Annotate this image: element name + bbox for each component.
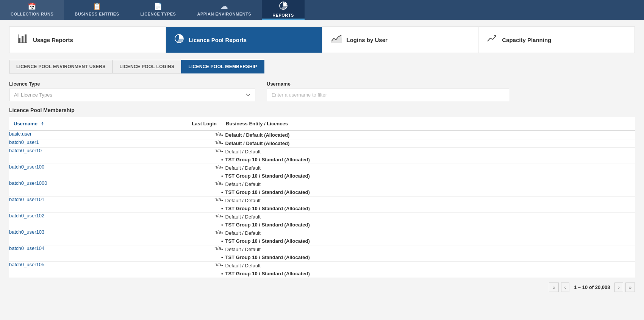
licence-entry: •TST Group 10 / Standard (Allocated): [221, 188, 635, 196]
licence-text: Default / Default: [225, 214, 261, 220]
document-icon: 📄: [154, 2, 163, 11]
cell-licences: •Default / Default (Allocated): [221, 139, 635, 148]
cell-licences: •Default / Default•TST Group 10 / Standa…: [221, 197, 635, 213]
sub-tab-env-users[interactable]: LICENCE POOL ENVIRONMENT USERS: [9, 60, 113, 73]
cell-username[interactable]: batch0_user103: [9, 229, 108, 245]
cell-licences: •Default / Default•TST Group 10 / Standa…: [221, 245, 635, 262]
cell-last-login: n/a: [108, 197, 221, 213]
report-card-usage[interactable]: Usage Reports: [9, 27, 166, 53]
filters-row: Licence Type All Licence Types Username: [9, 81, 635, 101]
licence-text: TST Group 10 / Standard (Allocated): [225, 271, 310, 276]
table-section-title: Licence Pool Membership: [9, 107, 635, 113]
calendar-icon: 📅: [28, 2, 36, 11]
cell-username[interactable]: basic.user: [9, 131, 108, 139]
bullet-icon: •: [221, 206, 223, 211]
username-filter: Username: [267, 81, 509, 101]
report-type-cards: Usage Reports Licence Pool Reports Lo: [9, 27, 635, 53]
report-card-capacity-label: Capacity Planning: [502, 37, 551, 43]
next-page-button[interactable]: ›: [614, 283, 623, 292]
licence-entry: •Default / Default: [221, 213, 635, 221]
col-last-login: Last Login: [108, 117, 221, 131]
cell-licences: •Default / Default•TST Group 10 / Standa…: [221, 213, 635, 229]
col-business-entity: Business Entity / Licences: [221, 117, 635, 131]
nav-business-entities-label: BUSINESS ENTITIES: [75, 12, 119, 16]
bullet-icon: •: [221, 181, 223, 187]
table-row: batch0_user102n/a•Default / Default•TST …: [9, 213, 635, 229]
table-row: batch0_user1000n/a•Default / Default•TST…: [9, 180, 635, 197]
cell-licences: •Default / Default•TST Group 10 / Standa…: [221, 164, 635, 180]
licence-text: TST Group 10 / Standard (Allocated): [225, 254, 310, 260]
top-navigation: 📅 COLLECTION RUNS 📋 BUSINESS ENTITIES 📄 …: [0, 0, 644, 20]
first-page-button[interactable]: «: [549, 283, 558, 292]
cell-username[interactable]: batch0_user104: [9, 245, 108, 262]
licence-entry: •Default / Default: [221, 148, 635, 156]
licence-text: Default / Default: [225, 149, 261, 155]
cell-licences: •Default / Default (Allocated): [221, 131, 635, 139]
nav-reports[interactable]: REPORTS: [262, 0, 305, 20]
licence-entry: •Default / Default: [221, 262, 635, 270]
cell-username[interactable]: batch0_user10: [9, 148, 108, 164]
report-card-logins[interactable]: Logins by User: [322, 27, 479, 53]
cell-username[interactable]: batch0_user100: [9, 164, 108, 180]
main-content: Usage Reports Licence Pool Reports Lo: [0, 20, 644, 320]
cell-last-login: n/a: [108, 180, 221, 197]
last-page-button[interactable]: »: [625, 283, 635, 292]
cell-username[interactable]: batch0_user1000: [9, 180, 108, 197]
report-card-licence-pool[interactable]: Licence Pool Reports: [166, 27, 322, 53]
report-card-licence-pool-label: Licence Pool Reports: [189, 37, 247, 43]
cell-last-login: n/a: [108, 139, 221, 148]
licence-type-select[interactable]: All Licence Types: [9, 89, 255, 101]
licence-text: Default / Default: [225, 263, 261, 268]
licence-text: Default / Default (Allocated): [225, 132, 290, 138]
nav-collection-runs[interactable]: 📅 COLLECTION RUNS: [0, 0, 64, 20]
bullet-icon: •: [221, 247, 223, 252]
licence-type-filter: Licence Type All Licence Types: [9, 81, 255, 101]
nav-licence-types[interactable]: 📄 LICENCE TYPES: [130, 0, 187, 20]
username-input[interactable]: [267, 89, 509, 101]
table-row: basic.usern/a•Default / Default (Allocat…: [9, 131, 635, 139]
cell-username[interactable]: batch0_user1: [9, 139, 108, 148]
licence-entry: •Default / Default: [221, 180, 635, 188]
licence-text: TST Group 10 / Standard (Allocated): [225, 157, 310, 162]
nav-business-entities[interactable]: 📋 BUSINESS ENTITIES: [64, 0, 130, 20]
table-row: batch0_user101n/a•Default / Default•TST …: [9, 197, 635, 213]
bullet-icon: •: [221, 149, 223, 155]
bullet-icon: •: [221, 198, 223, 203]
table-row: batch0_user100n/a•Default / Default•TST …: [9, 164, 635, 180]
bullet-icon: •: [221, 140, 223, 146]
cell-licences: •Default / Default•TST Group 10 / Standa…: [221, 229, 635, 245]
licence-text: TST Group 10 / Standard (Allocated): [225, 206, 310, 211]
licence-entry: •Default / Default: [221, 164, 635, 172]
licence-entry: •TST Group 10 / Standard (Allocated): [221, 172, 635, 180]
col-username[interactable]: Username ⇧: [9, 117, 108, 131]
svg-rect-3: [25, 34, 27, 43]
sub-tab-bar: LICENCE POOL ENVIRONMENT USERS LICENCE P…: [9, 60, 635, 73]
table-row: batch0_user103n/a•Default / Default•TST …: [9, 229, 635, 245]
cell-username[interactable]: batch0_user105: [9, 262, 108, 278]
nav-appian-environments-label: APPIAN ENVIRONMENTS: [197, 12, 251, 16]
reports-icon: [279, 2, 288, 12]
licence-text: Default / Default: [225, 165, 261, 171]
sub-tab-pool-membership[interactable]: LICENCE POOL MEMBERSHIP: [181, 60, 264, 73]
prev-page-button[interactable]: ‹: [561, 283, 569, 292]
bullet-icon: •: [221, 263, 223, 268]
licence-entry: •TST Group 10 / Standard (Allocated): [221, 156, 635, 164]
bullet-icon: •: [221, 173, 223, 179]
licence-entry: •Default / Default (Allocated): [221, 131, 635, 139]
licence-entry: •Default / Default: [221, 245, 635, 253]
report-card-usage-label: Usage Reports: [33, 37, 73, 43]
capacity-icon: [487, 34, 497, 45]
bullet-icon: •: [221, 157, 223, 162]
cell-username[interactable]: batch0_user101: [9, 197, 108, 213]
licence-text: Default / Default (Allocated): [225, 140, 290, 146]
sub-tab-pool-logins[interactable]: LICENCE POOL LOGINS: [112, 60, 181, 73]
cell-last-login: n/a: [108, 131, 221, 139]
cell-username[interactable]: batch0_user102: [9, 213, 108, 229]
report-card-capacity[interactable]: Capacity Planning: [478, 27, 635, 53]
bullet-icon: •: [221, 165, 223, 171]
table-row: batch0_user10n/a•Default / Default•TST G…: [9, 148, 635, 164]
nav-appian-environments[interactable]: ☁ APPIAN ENVIRONMENTS: [186, 0, 262, 20]
list-icon: 📋: [93, 2, 102, 11]
cell-licences: •Default / Default•TST Group 10 / Standa…: [221, 180, 635, 197]
nav-collection-runs-label: COLLECTION RUNS: [11, 12, 53, 16]
